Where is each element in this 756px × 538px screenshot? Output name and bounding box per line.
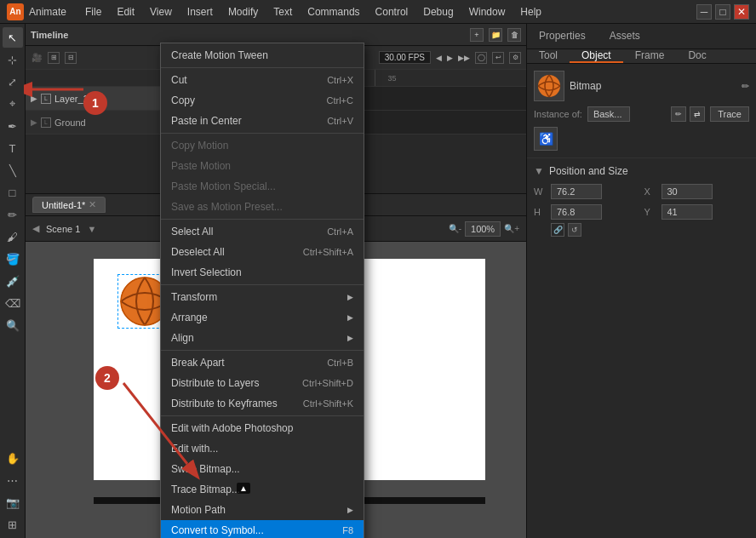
ctx-edit-with[interactable]: Edit with... <box>161 438 364 459</box>
bitmap-thumbnail <box>534 71 564 101</box>
subselect-tool[interactable]: ⊹ <box>3 49 23 70</box>
ctx-transform[interactable]: Transform <box>161 287 364 307</box>
menu-modify[interactable]: Modify <box>221 4 265 20</box>
menu-file[interactable]: File <box>78 4 108 20</box>
zoom-out-btn[interactable]: 🔍- <box>449 224 461 233</box>
accessibility-icon[interactable]: ♿ <box>534 127 558 151</box>
frame-prev-btn[interactable]: ◀ <box>436 54 442 62</box>
ctx-convert-to-symbol[interactable]: Convert to Symbol... F8 <box>161 520 364 538</box>
main-layout: ↖ ⊹ ⤢ ⌖ ✒ T ╲ □ ✏ 🖌 🪣 💉 ⌫ 🔍 ✋ ⋯ 📷 ⊞ Time… <box>0 24 756 538</box>
h-input[interactable] <box>551 204 602 220</box>
ctx-motion-path[interactable]: Motion Path <box>161 500 364 520</box>
play-btn[interactable]: ▶ <box>447 54 453 62</box>
loop-btn[interactable]: ↩ <box>492 52 504 64</box>
close-btn[interactable]: ✕ <box>734 4 749 20</box>
edit-bitmap-icon[interactable]: ✏ <box>742 81 749 92</box>
delete-layer-btn[interactable]: 🗑 <box>507 28 521 42</box>
ctx-paste-center[interactable]: Paste in Center Ctrl+V <box>161 111 364 131</box>
height-field: H <box>534 204 639 220</box>
ctx-copy[interactable]: Copy Ctrl+C <box>161 90 364 111</box>
trace-btn[interactable]: Trace <box>710 106 749 122</box>
frame-next-btn[interactable]: ▶▶ <box>458 54 470 62</box>
ctx-select-all[interactable]: Select All Ctrl+A <box>161 221 364 242</box>
lasso-tool[interactable]: ⌖ <box>3 94 23 114</box>
ctx-invert-selection[interactable]: Invert Selection <box>161 262 364 283</box>
tab-object[interactable]: Object <box>570 49 623 63</box>
stage-tab-untitled[interactable]: Untitled-1* ✕ <box>32 197 106 213</box>
ctx-swap-bitmap[interactable]: Swap Bitmap... <box>161 459 364 479</box>
pos-grid: W X H Y <box>534 184 749 220</box>
menu-text[interactable]: Text <box>266 4 299 20</box>
ctx-break-apart[interactable]: Break Apart Ctrl+B <box>161 352 364 373</box>
close-tab-icon[interactable]: ✕ <box>89 199 96 210</box>
text-tool[interactable]: T <box>3 138 23 158</box>
ctx-cut[interactable]: Cut Ctrl+X <box>161 70 364 90</box>
edit-symbols[interactable]: ⊞ <box>3 514 23 535</box>
ground-label: ▶ L Ground <box>26 111 170 134</box>
menu-help[interactable]: Help <box>513 4 548 20</box>
pen-tool[interactable]: ✒ <box>3 116 23 136</box>
link-icon[interactable]: 🔗 <box>551 223 564 237</box>
folder-btn[interactable]: 📁 <box>489 28 502 42</box>
y-input[interactable] <box>662 204 713 220</box>
w-input[interactable] <box>551 184 602 199</box>
camera-icon[interactable]: 🎥 <box>31 52 43 64</box>
ctx-edit-photoshop[interactable]: Edit with Adobe Photoshop <box>161 418 364 438</box>
delete-frame-btn[interactable]: ⊟ <box>65 52 77 64</box>
ctx-distribute-layers[interactable]: Distribute to Layers Ctrl+Shift+D <box>161 373 364 393</box>
eraser-tool[interactable]: ⌫ <box>3 293 23 313</box>
ctx-sep-2 <box>161 133 364 134</box>
zoom-value[interactable]: 100% <box>465 221 501 237</box>
eyedropper-tool[interactable]: 💉 <box>3 271 23 291</box>
ctx-distribute-keyframes[interactable]: Distribute to Keyframes Ctrl+Shift+K <box>161 393 364 414</box>
onion-skin-btn[interactable]: ◯ <box>475 52 487 64</box>
instance-swap-icon[interactable]: ⇄ <box>690 106 705 122</box>
tab-frame[interactable]: Frame <box>623 49 677 63</box>
maximize-btn[interactable]: □ <box>715 4 730 20</box>
menu-commands[interactable]: Commands <box>301 4 366 20</box>
scene-arrow[interactable]: ▼ <box>87 224 96 234</box>
menu-edit[interactable]: Edit <box>110 4 141 20</box>
instance-edit-icon[interactable]: ✏ <box>671 106 686 122</box>
tab-tool[interactable]: Tool <box>527 49 570 63</box>
ground-expand[interactable]: ▶ <box>31 117 37 127</box>
more-tools[interactable]: ⋯ <box>3 470 23 490</box>
tab-assets[interactable]: Assets <box>598 24 652 49</box>
ctx-deselect-all[interactable]: Deselect All Ctrl+Shift+A <box>161 242 364 262</box>
ctx-align[interactable]: Align <box>161 328 364 348</box>
ctx-create-motion-tween[interactable]: Create Motion Tween <box>161 45 364 66</box>
pencil-tool[interactable]: ✏ <box>3 204 23 225</box>
tab-properties[interactable]: Properties <box>527 24 598 49</box>
line-tool[interactable]: ╲ <box>3 160 23 180</box>
free-transform-tool[interactable]: ⤢ <box>3 72 23 92</box>
layer-2-expand[interactable]: ▶ <box>31 94 37 103</box>
minimize-btn[interactable]: ─ <box>696 4 712 20</box>
zoom-tool[interactable]: 🔍 <box>3 315 23 335</box>
select-tool[interactable]: ↖ <box>3 27 23 48</box>
reset-transform-icon[interactable]: ↺ <box>568 223 581 237</box>
camera-tool[interactable]: 📷 <box>3 492 23 512</box>
brush-tool[interactable]: 🖌 <box>3 226 23 247</box>
zoom-in-btn[interactable]: 🔍+ <box>504 224 519 233</box>
ctx-save-motion-preset: Save as Motion Preset... <box>161 197 364 217</box>
menu-view[interactable]: View <box>143 4 179 20</box>
x-input[interactable] <box>662 184 713 199</box>
menu-window[interactable]: Window <box>462 4 513 20</box>
new-layer-btn[interactable]: + <box>470 28 484 42</box>
x-label: X <box>644 186 656 197</box>
insert-frame-btn[interactable]: ⊞ <box>48 52 60 64</box>
rect-tool[interactable]: □ <box>3 182 23 203</box>
paint-bucket-tool[interactable]: 🪣 <box>3 249 23 269</box>
menu-control[interactable]: Control <box>369 4 415 20</box>
bitmap-section: Bitmap ✏ Instance of: Bask... ✏ ⇄ Trace … <box>527 64 756 158</box>
section-collapse-icon[interactable]: ▼ <box>534 165 544 177</box>
ctx-trace-bitmap[interactable]: Trace Bitmap... <box>161 479 364 500</box>
settings-btn[interactable]: ⚙ <box>509 52 521 64</box>
hand-tool[interactable]: ✋ <box>3 448 23 468</box>
ctx-sep-6 <box>161 415 364 416</box>
menu-debug[interactable]: Debug <box>416 4 460 20</box>
menu-insert[interactable]: Insert <box>180 4 220 20</box>
back-btn[interactable]: ◀ <box>32 223 39 234</box>
tab-doc[interactable]: Doc <box>676 49 718 63</box>
ctx-arrange[interactable]: Arrange <box>161 307 364 328</box>
